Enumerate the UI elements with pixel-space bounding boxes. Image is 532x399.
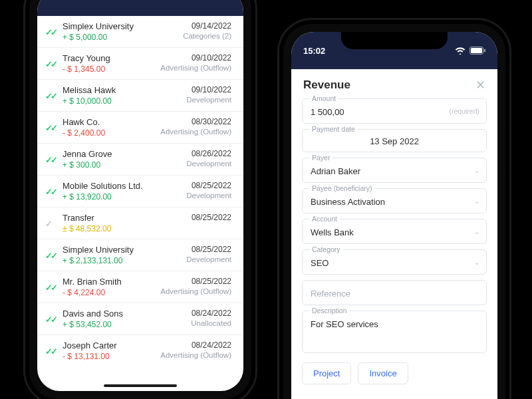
amount-required-hint: (required) (449, 107, 479, 115)
transaction-row[interactable]: ✓✓Simplex University+ $ 5,000.0009/14/20… (37, 16, 243, 47)
description-value: For SEO services (311, 319, 378, 329)
amount-value: 1 500,00 (311, 107, 344, 117)
left-app-header (37, 0, 243, 16)
phone-right-frame: 15:02 Revenue ✕ Amount 1 500,00 (require… (279, 20, 509, 399)
transaction-date: 08/30/2022 (192, 117, 231, 126)
transaction-row[interactable]: ✓Transfer± $ 48,532.0008/25/2022 (37, 207, 243, 239)
transaction-date: 08/25/2022 (192, 277, 231, 286)
svg-rect-2 (484, 49, 485, 53)
double-check-icon: ✓✓ (45, 90, 56, 100)
status-icons (455, 47, 485, 55)
transaction-row[interactable]: ✓✓Hawk Co.- $ 2,400.0008/30/2022Advertis… (37, 111, 243, 143)
transaction-date: 08/24/2022 (192, 340, 231, 350)
chevron-down-icon: ⌄ (474, 259, 479, 266)
transaction-category: Development (186, 255, 231, 263)
svg-rect-1 (471, 48, 482, 53)
description-label: Description (309, 307, 350, 315)
transaction-row[interactable]: ✓✓Simplex University+ $ 2,133,131.0008/2… (37, 239, 243, 271)
account-value: Wells Bank (311, 227, 354, 237)
payee-value: Business Activation (311, 197, 385, 207)
transaction-row[interactable]: ✓✓Melissa Hawk+ $ 10,000.0009/10/2022Dev… (37, 79, 243, 111)
double-check-icon: ✓✓ (45, 250, 56, 260)
double-check-icon: ✓✓ (45, 122, 56, 132)
double-check-icon: ✓✓ (45, 154, 56, 164)
chevron-down-icon: ⌄ (474, 167, 479, 174)
status-time: 15:02 (303, 46, 325, 56)
amount-label: Amount (309, 94, 338, 102)
transaction-amount: ± $ 48,532.00 (63, 224, 231, 233)
phone-left-screen: ✓✓Simplex University+ $ 5,000.0009/14/20… (37, 0, 243, 391)
phone-left-volume-down (23, 113, 25, 142)
form-footer-links: Project Invoice (291, 360, 497, 387)
account-label: Account (309, 215, 340, 223)
reference-placeholder: Reference (311, 289, 350, 299)
phone-right-notch (341, 32, 448, 49)
transaction-date: 09/10/2022 (192, 53, 231, 63)
phone-left-mute-switch (23, 51, 25, 68)
transaction-category: Development (186, 160, 231, 168)
transaction-category: Advertising (Outflow) (160, 351, 231, 359)
transaction-row[interactable]: ✓✓Mr. Brian Smith- $ 4,224.0008/25/2022A… (37, 271, 243, 303)
phone-left-volume-up (23, 77, 25, 106)
chevron-down-icon: ⌄ (474, 198, 479, 205)
reference-field[interactable]: Reference (302, 280, 487, 305)
chevron-down-icon: ⌄ (474, 228, 479, 235)
battery-icon (469, 47, 485, 55)
double-check-icon: ✓✓ (45, 59, 56, 68)
double-check-icon: ✓✓ (45, 27, 56, 37)
category-value: SEO (311, 258, 329, 268)
transaction-date: 08/25/2022 (192, 245, 231, 254)
transaction-row[interactable]: ✓✓Joseph Carter- $ 13,131.0008/24/2022Ad… (37, 334, 243, 366)
transaction-date: 08/25/2022 (192, 213, 231, 222)
category-label: Category (309, 245, 343, 253)
payer-label: Payer (309, 154, 332, 162)
transaction-category: Advertising (Outflow) (160, 287, 231, 295)
payment-date-value: 13 Sep 2022 (311, 136, 478, 146)
invoice-button[interactable]: Invoice (358, 362, 408, 384)
payment-date-label: Payment date (309, 125, 358, 133)
transaction-category: Advertising (Outflow) (160, 64, 231, 72)
transaction-row[interactable]: ✓✓Tracy Young- $ 1,345.0009/10/2022Adver… (37, 47, 243, 79)
transaction-date: 08/25/2022 (192, 181, 231, 190)
transaction-row[interactable]: ✓✓Davis and Sons+ $ 53,452.0008/24/2022U… (37, 303, 243, 334)
transaction-category: Development (186, 96, 231, 104)
transaction-row[interactable]: ✓✓Mobile Solutions Ltd.+ $ 13,920.0008/2… (37, 175, 243, 207)
transaction-date: 08/26/2022 (192, 149, 231, 158)
double-check-icon: ✓✓ (45, 314, 56, 324)
form-title-bar: Revenue ✕ (291, 69, 497, 96)
check-icon: ✓ (45, 218, 51, 228)
amount-field[interactable]: Amount 1 500,00 (required) (302, 98, 487, 124)
category-field[interactable]: Category SEO ⌄ (302, 249, 487, 275)
payee-field[interactable]: Payee (beneficiary) Business Activation … (302, 188, 487, 213)
double-check-icon: ✓✓ (45, 346, 56, 356)
phone-right-volume-up (277, 120, 279, 149)
home-indicator[interactable] (104, 384, 177, 387)
form-title: Revenue (303, 78, 350, 92)
transaction-category: Advertising (Outflow) (160, 128, 231, 136)
project-button[interactable]: Project (302, 362, 351, 384)
transaction-row[interactable]: ✓✓Jenna Grove+ $ 300.0008/26/2022Develop… (37, 143, 243, 175)
transaction-list[interactable]: ✓✓Simplex University+ $ 5,000.0009/14/20… (37, 16, 243, 391)
phone-right-screen: 15:02 Revenue ✕ Amount 1 500,00 (require… (291, 32, 497, 399)
payer-value: Adrian Baker (311, 166, 360, 176)
double-check-icon: ✓✓ (45, 186, 56, 196)
description-field[interactable]: Description For SEO services (302, 311, 487, 353)
phone-right-volume-down (277, 156, 279, 185)
transaction-date: 08/24/2022 (192, 309, 231, 318)
revenue-form: Amount 1 500,00 (required) Payment date … (291, 96, 497, 360)
transaction-date: 09/14/2022 (192, 21, 231, 31)
transaction-category: Development (186, 192, 231, 200)
transaction-category: Categories (2) (183, 32, 231, 40)
account-field[interactable]: Account Wells Bank ⌄ (302, 219, 487, 244)
transaction-date: 09/10/2022 (192, 85, 231, 94)
double-check-icon: ✓✓ (45, 282, 56, 292)
phone-left-power-button (255, 84, 257, 130)
phone-left-frame: ✓✓Simplex University+ $ 5,000.0009/14/20… (25, 0, 255, 399)
payee-label: Payee (beneficiary) (309, 184, 374, 192)
payment-date-field[interactable]: Payment date 13 Sep 2022 (302, 129, 487, 152)
wifi-icon (455, 47, 466, 55)
close-icon[interactable]: ✕ (475, 79, 485, 91)
phone-right-mute-switch (277, 93, 279, 110)
transaction-category: Unallocated (191, 319, 231, 327)
payer-field[interactable]: Payer Adrian Baker ⌄ (302, 158, 487, 183)
